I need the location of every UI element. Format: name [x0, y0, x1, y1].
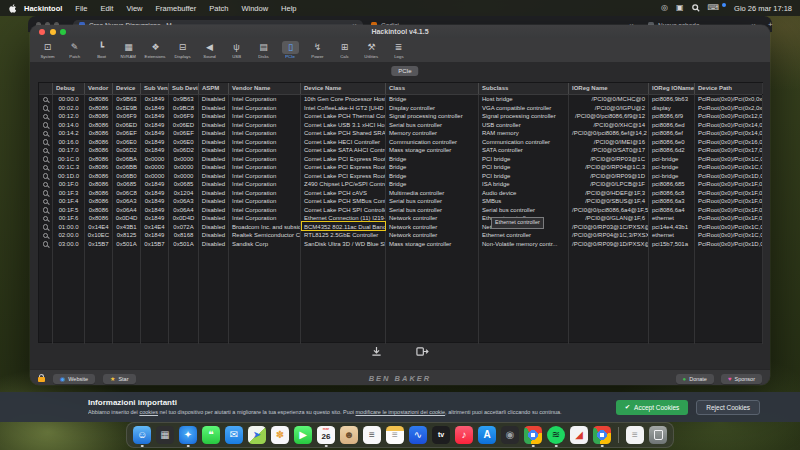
reject-cookies-button[interactable]: Reject Cookies [696, 400, 760, 415]
row-search-icon[interactable] [39, 121, 53, 130]
table-row[interactable]: 00:1F.50x80860x06A40x18490x06A4DisabledI… [39, 206, 762, 215]
column-header-8[interactable]: Device Name [301, 83, 386, 94]
table-row[interactable]: 02:00.00x10EC0x81250x18490x8168DisabledR… [39, 231, 762, 240]
column-header-4[interactable]: Sub Ven... [141, 83, 169, 94]
menu-item-file[interactable]: File [75, 4, 87, 13]
dock-icon-launchpad[interactable]: ▦ [156, 426, 174, 444]
row-search-icon[interactable] [39, 240, 53, 249]
export-share-icon[interactable] [416, 346, 429, 357]
column-header-13[interactable]: Device Path [695, 83, 763, 94]
menu-bar-clock[interactable]: Gio 26 mar 17:18 [734, 4, 792, 13]
cookies-link[interactable]: cookies [139, 409, 158, 415]
dock-icon-photos[interactable]: ✽ [271, 426, 289, 444]
row-search-icon[interactable] [39, 189, 53, 198]
table-row[interactable]: 01:00.00x14E40x43B10x14E40x072ADisabledB… [39, 223, 762, 232]
dock-icon-chrome[interactable] [524, 426, 542, 444]
dock-icon-system-settings[interactable]: ◉ [501, 426, 519, 444]
dock-icon-document[interactable]: ≡ [626, 426, 644, 444]
dock-icon-messages[interactable]: ❝ [202, 426, 220, 444]
dock-icon-design-app[interactable]: ◢ [570, 426, 588, 444]
row-search-icon[interactable] [39, 95, 53, 104]
row-search-icon[interactable] [39, 112, 53, 121]
table-row[interactable]: 00:17.00x80860x06D20x18490x06D2DisabledI… [39, 146, 762, 155]
column-header-1[interactable]: Debug [53, 83, 85, 94]
column-header-2[interactable]: Vendor [85, 83, 113, 94]
dock-icon-calendar[interactable]: mar26 [317, 426, 335, 444]
table-row[interactable]: 00:1C.00x80860x06BA0x00000x0000DisabledI… [39, 155, 762, 164]
row-search-icon[interactable] [39, 206, 53, 215]
column-header-6[interactable]: ASPM [199, 83, 229, 94]
export-download-icon[interactable] [371, 346, 382, 357]
toolbar-item-disks[interactable]: ▤Disks [251, 41, 276, 59]
dock-icon-contacts[interactable]: ☻ [340, 426, 358, 444]
table-row[interactable]: 03:00.00x15B70x501A0x15B70x501ADisabledS… [39, 240, 762, 249]
tab-pcie[interactable]: PCIe [391, 66, 418, 76]
toolbar-item-extensions[interactable]: ❖Extensions [143, 41, 168, 59]
table-row[interactable]: 00:1F.60x80860x0D4D0x18490x0D4DDisabledI… [39, 214, 762, 223]
table-row[interactable]: 00:16.00x80860x06E00x18490x06E0DisabledI… [39, 138, 762, 147]
dock-icon-facetime[interactable]: ▶ [294, 426, 312, 444]
toolbar-item-utilities[interactable]: ⚒Utilities [359, 41, 384, 59]
dock-icon-mail[interactable]: ✉ [225, 426, 243, 444]
menu-item-framebuffer[interactable]: Framebuffer [156, 4, 197, 13]
row-search-icon[interactable] [39, 155, 53, 164]
cookie-settings-link[interactable]: modificare le impostazioni dei cookie [356, 409, 446, 415]
dock-icon-maps[interactable]: ➤ [248, 426, 266, 444]
menu-item-window[interactable]: Window [241, 4, 268, 13]
toolbar-item-boot[interactable]: ┗Boot [89, 41, 114, 59]
column-header-10[interactable]: Subclass [479, 83, 569, 94]
menu-item-patch[interactable]: Patch [209, 4, 228, 13]
apple-menu-icon[interactable] [8, 3, 18, 13]
toolbar-item-logs[interactable]: ≣Logs [386, 41, 411, 59]
table-row[interactable]: 00:14.00x80860x06ED0x18490x06EDDisabledI… [39, 121, 762, 130]
table-row[interactable]: 00:1F.40x80860x06A30x18490x06A3DisabledI… [39, 197, 762, 206]
dock-icon-reminders[interactable]: ≡ [363, 426, 381, 444]
column-header-11[interactable]: IOReg Name [569, 83, 649, 94]
table-row[interactable]: 00:1C.30x80860x06BB0x00000x0000DisabledI… [39, 163, 762, 172]
menu-item-help[interactable]: Help [281, 4, 296, 13]
dock-icon-app-store[interactable]: A [478, 426, 496, 444]
table-row[interactable]: 00:00.00x80860x9B630x18490x9B63DisabledI… [39, 95, 762, 104]
column-header-0[interactable] [39, 83, 53, 94]
toolbar-item-displays[interactable]: ⊟Displays [170, 41, 195, 59]
dock-icon-spotify[interactable]: ≋ [547, 426, 565, 444]
dock-icon-finder[interactable]: ☺ [133, 426, 151, 444]
screen-mirroring-icon[interactable]: ▣ [676, 4, 684, 12]
column-header-7[interactable]: Vendor Name [229, 83, 301, 94]
row-search-icon[interactable] [39, 231, 53, 240]
input-source-icon[interactable]: ⌨ [708, 4, 720, 12]
accept-cookies-button[interactable]: ✔ Accept Cookies [616, 400, 689, 415]
dock-icon-chrome-beta[interactable] [593, 426, 611, 444]
dock-icon-trash[interactable] [649, 426, 667, 444]
dock-icon-notes[interactable]: ≡ [386, 426, 404, 444]
dock-icon-apple-tv[interactable]: tv [432, 426, 450, 444]
dock-icon-safari[interactable]: ✦ [179, 426, 197, 444]
menu-item-hackintool[interactable]: Hackintool [24, 4, 62, 13]
toolbar-item-sound[interactable]: ◀Sound [197, 41, 222, 59]
toolbar-item-usb[interactable]: ψUSB [224, 41, 249, 59]
window-titlebar[interactable]: Hackintool v4.1.5 [30, 25, 770, 38]
row-search-icon[interactable] [39, 104, 53, 113]
column-header-12[interactable]: IOReg IOName [649, 83, 695, 94]
row-search-icon[interactable] [39, 214, 53, 223]
row-search-icon[interactable] [39, 172, 53, 181]
toolbar-item-power[interactable]: ↯Power [305, 41, 330, 59]
row-search-icon[interactable] [39, 129, 53, 138]
row-search-icon[interactable] [39, 146, 53, 155]
toolbar-item-calc[interactable]: ⊞Calc [332, 41, 357, 59]
table-row[interactable]: 00:02.00x80860x3E9B0x18490x9BC8DisabledI… [39, 104, 762, 113]
row-search-icon[interactable] [39, 223, 53, 232]
row-search-icon[interactable] [39, 163, 53, 172]
toolbar-item-nvram[interactable]: ▦NVRAM [116, 41, 141, 59]
toolbar-item-system[interactable]: ⊡System [35, 41, 60, 59]
menu-item-edit[interactable]: Edit [100, 4, 113, 13]
table-row[interactable]: 00:1F.00x80860x06850x18490x0685DisabledI… [39, 180, 762, 189]
spotlight-icon[interactable] [692, 4, 700, 12]
table-row[interactable]: 00:1F.30x80860x06C80x18490x1204DisabledI… [39, 189, 762, 198]
row-search-icon[interactable] [39, 197, 53, 206]
toolbar-item-pcie[interactable]: ▯PCIe [278, 41, 303, 59]
menu-item-view[interactable]: View [126, 4, 142, 13]
table-row[interactable]: 00:1D.00x80860x06B00x00000x0000DisabledI… [39, 172, 762, 181]
column-header-3[interactable]: Device [113, 83, 141, 94]
toolbar-item-patch[interactable]: ✎Patch [62, 41, 87, 59]
